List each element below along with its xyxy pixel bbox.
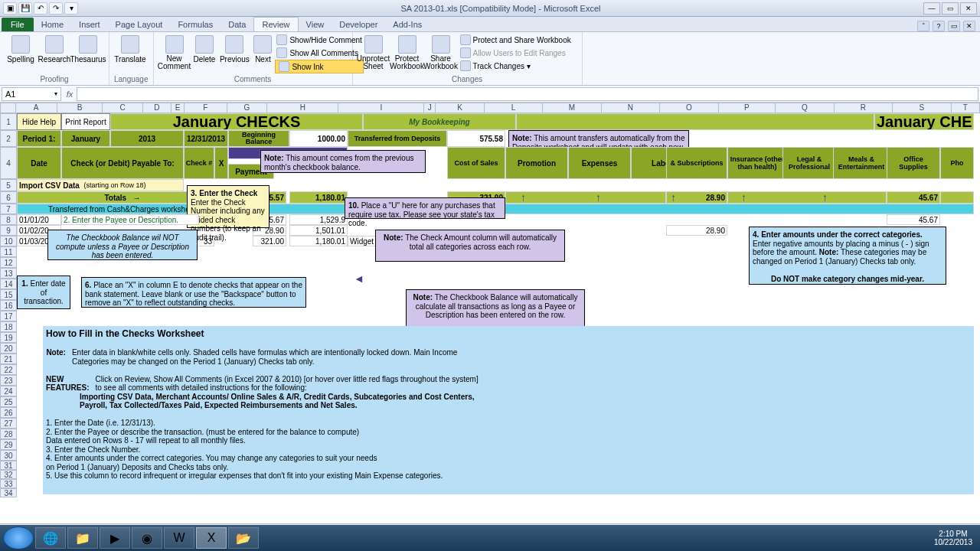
rowhdr-22[interactable]: 22: [0, 364, 17, 375]
colhdr-G[interactable]: G: [227, 103, 267, 113]
rowhdr-31[interactable]: 31: [0, 461, 17, 470]
rowhdr-12[interactable]: 12: [0, 257, 17, 268]
track-changes-button[interactable]: Track Changes ▾: [459, 60, 573, 72]
begbal-value[interactable]: 1000.00: [289, 130, 348, 147]
next-comment-button[interactable]: Next: [252, 34, 273, 65]
rowhdr-4[interactable]: 4: [0, 147, 17, 179]
colhdr-K[interactable]: K: [436, 103, 484, 113]
colhdr-R[interactable]: R: [835, 103, 893, 113]
redo-icon[interactable]: ↷: [49, 2, 63, 15]
r8-date[interactable]: 01/01/20: [17, 214, 61, 225]
tab-insert[interactable]: Insert: [71, 18, 108, 31]
colhdr-A[interactable]: A: [16, 103, 57, 113]
translate-button[interactable]: Translate: [114, 34, 146, 65]
colhdr-Q[interactable]: Q: [776, 103, 834, 113]
colhdr-D[interactable]: D: [143, 103, 172, 113]
save-icon[interactable]: 💾: [18, 2, 32, 15]
tab-view[interactable]: View: [299, 18, 332, 31]
rowhdr-14[interactable]: 14: [0, 279, 17, 289]
hide-help-button[interactable]: Hide Help: [17, 113, 61, 130]
rowhdr-21[interactable]: 21: [0, 354, 17, 364]
close-workbook-icon[interactable]: ✕: [963, 21, 975, 31]
colhdr-F[interactable]: F: [185, 103, 227, 113]
close-button[interactable]: ✕: [960, 2, 977, 15]
delete-comment-button[interactable]: Delete: [192, 34, 217, 65]
rowhdr-23[interactable]: 23: [0, 375, 17, 386]
protect-share-button[interactable]: Protect and Share Workbook: [459, 34, 573, 46]
rowhdr-28[interactable]: 28: [0, 429, 17, 439]
rowhdr-30[interactable]: 30: [0, 450, 17, 461]
rowhdr-11[interactable]: 11: [0, 246, 17, 257]
rowhdr-15[interactable]: 15: [0, 289, 17, 300]
showall-comments-button[interactable]: Show All Comments: [275, 47, 363, 59]
colhdr-P[interactable]: P: [719, 103, 776, 113]
taskbar-chrome-icon[interactable]: ◉: [132, 527, 162, 549]
maximize-button[interactable]: ▭: [942, 2, 959, 15]
rowhdr-25[interactable]: 25: [0, 396, 17, 407]
qat-dropdown-icon[interactable]: ▾: [64, 2, 78, 15]
tab-pagelayout[interactable]: Page Layout: [108, 18, 171, 31]
rowhdr-29[interactable]: 29: [0, 439, 17, 450]
taskbar-explorer-icon[interactable]: 📁: [67, 527, 98, 549]
rowhdr-6[interactable]: 6: [0, 191, 17, 204]
showhide-comment-button[interactable]: Show/Hide Comment: [275, 34, 363, 46]
rowhdr-20[interactable]: 20: [0, 343, 17, 354]
colhdr-S[interactable]: S: [893, 103, 951, 113]
rowhdr-24[interactable]: 24: [0, 386, 17, 396]
rowhdr-7[interactable]: 7: [0, 204, 17, 214]
rowhdr-5[interactable]: 5: [0, 179, 17, 191]
select-all-corner[interactable]: [0, 103, 16, 113]
new-comment-button[interactable]: New Comment: [158, 34, 191, 72]
taskbar-folder-icon[interactable]: 📂: [228, 527, 259, 549]
fx-icon[interactable]: fx: [63, 90, 77, 99]
share-workbook-button[interactable]: Share Workbook: [425, 34, 457, 72]
print-report-button[interactable]: Print Report: [61, 113, 110, 130]
taskbar-ie-icon[interactable]: 🌐: [35, 527, 66, 549]
colhdr-J[interactable]: J: [424, 103, 436, 113]
allow-users-button[interactable]: Allow Users to Edit Ranges: [459, 47, 573, 59]
help-icon[interactable]: ?: [933, 21, 945, 31]
taskbar-word-icon[interactable]: W: [164, 527, 194, 549]
excel-icon[interactable]: ▣: [3, 2, 17, 15]
research-button[interactable]: Research: [38, 34, 70, 65]
taskbar-wmp-icon[interactable]: ▶: [100, 527, 130, 549]
rowhdr-18[interactable]: 18: [0, 321, 17, 332]
tab-review[interactable]: Review: [253, 17, 298, 31]
rowhdr-17[interactable]: 17: [0, 311, 17, 321]
colhdr-I[interactable]: I: [338, 103, 424, 113]
name-box[interactable]: A1▾: [2, 87, 61, 101]
tab-developer[interactable]: Developer: [332, 18, 385, 31]
rowhdr-33[interactable]: 33: [0, 479, 17, 488]
undo-icon[interactable]: ↶: [34, 2, 47, 15]
show-ink-button[interactable]: Show Ink: [275, 60, 363, 73]
tab-data[interactable]: Data: [220, 18, 253, 31]
rowhdr-2[interactable]: 2: [0, 130, 17, 147]
rowhdr-19[interactable]: 19: [0, 332, 17, 343]
colhdr-N[interactable]: N: [602, 103, 660, 113]
rowhdr-32[interactable]: 32: [0, 470, 17, 479]
minimize-ribbon-icon[interactable]: ˄: [917, 21, 929, 31]
colhdr-B[interactable]: B: [57, 103, 103, 113]
rowhdr-8[interactable]: 8: [0, 214, 17, 225]
tab-formulas[interactable]: Formulas: [170, 18, 220, 31]
colhdr-H[interactable]: H: [267, 103, 338, 113]
restore-workbook-icon[interactable]: ▭: [948, 21, 960, 31]
system-clock[interactable]: 2:10 PM10/22/2013: [934, 530, 977, 546]
taskbar-excel-icon[interactable]: X: [196, 527, 227, 549]
colhdr-T[interactable]: T: [952, 103, 980, 113]
rowhdr-16[interactable]: 16: [0, 300, 17, 311]
thesaurus-button[interactable]: Thesaurus: [72, 34, 104, 65]
import-csv-button[interactable]: Import CSV Data (starting on Row 18): [17, 179, 184, 191]
colhdr-M[interactable]: M: [543, 103, 601, 113]
formula-input[interactable]: [77, 87, 978, 101]
rowhdr-10[interactable]: 10: [0, 236, 17, 246]
colhdr-E[interactable]: E: [172, 103, 185, 113]
colhdr-O[interactable]: O: [660, 103, 718, 113]
tab-file[interactable]: File: [2, 18, 34, 31]
unprotect-sheet-button[interactable]: Unprotect Sheet: [358, 34, 390, 72]
spelling-button[interactable]: Spelling: [5, 34, 37, 65]
rowhdr-34[interactable]: 34: [0, 488, 17, 497]
tab-addins[interactable]: Add-Ins: [385, 18, 430, 31]
rowhdr-1[interactable]: 1: [0, 113, 17, 130]
tab-home[interactable]: Home: [34, 18, 71, 31]
